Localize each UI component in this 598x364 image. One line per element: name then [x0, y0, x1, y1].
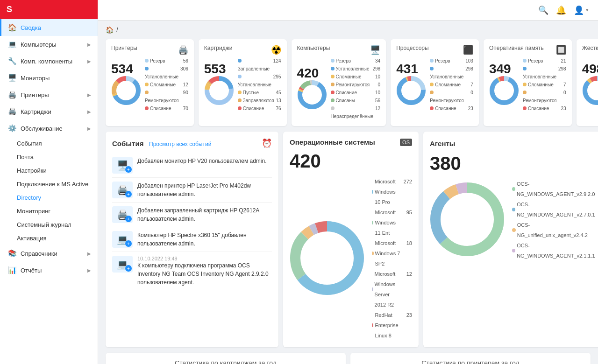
sidebar-item-printers[interactable]: 🖨️Принтеры▶	[0, 86, 98, 103]
event-content-4: 10.10.2022 19:49 К компьютеру подключена…	[137, 256, 272, 287]
bottom-grid: События Просмотр всех событий ⏰ 🖥️ + Доб…	[106, 132, 591, 347]
stat-icon-4: 🔲	[556, 45, 566, 55]
sidebar-item-comp-components[interactable]: 🔧Комп. компоненты▶	[0, 53, 98, 70]
os-legend: Microsoft Windows 10 Pro 272 Microsoft W…	[372, 176, 412, 341]
sidebar-label-monitors: Мониторы	[21, 75, 50, 82]
stat-number-4: 349	[489, 63, 519, 76]
os-legend-label-2: Microsoft Windows 7 SP2	[372, 238, 401, 269]
sidebar-subitem-directory[interactable]: Directory	[0, 191, 98, 204]
events-link[interactable]: Просмотр всех событий	[149, 141, 211, 147]
sidebar-item-dashboard[interactable]: 🏠Сводка	[0, 19, 98, 36]
home-icon[interactable]: 🏠	[106, 26, 114, 34]
stat-title-3: Процессоры	[396, 45, 429, 51]
event-content-3: Компьютер HP Spectre x360 15" добавлен п…	[137, 231, 272, 248]
chevron-right-icon: ▶	[87, 268, 91, 273]
os-icon: OS	[400, 139, 412, 146]
stat-details-3: Резерв103Установленные298Сломанные7Ремон…	[430, 57, 473, 112]
stat-icon-3: ⬛	[463, 45, 473, 55]
event-item-3[interactable]: 💻 + Компьютер HP Spectre x360 15" добавл…	[112, 227, 272, 252]
sidebar-subitem-ms-active[interactable]: Подключение к MS Active	[0, 177, 98, 191]
os-donut-wrapper: Microsoft Windows 10 Pro 272 Microsoft W…	[290, 176, 412, 341]
sidebar-label-printers: Принтеры	[21, 91, 49, 98]
stat-donut-5	[582, 76, 598, 107]
os-legend-row-2: Microsoft Windows 7 SP2 18	[372, 238, 412, 269]
agents-donut-wrapper: OCS-NG_WINDOWS_AGENT_v2.9.2.0 240 OCS-NG…	[430, 179, 598, 261]
printers-chart-panel: Статистика по принтерам за год 6	[350, 353, 591, 364]
sidebar-subitem-activation[interactable]: Активация	[0, 231, 98, 245]
sidebar-subitem-settings[interactable]: Настройки	[0, 164, 98, 177]
sidebar-label-cartridges: Картриджи	[21, 108, 51, 115]
os-panel: Операционные системы OS 420 Microsoft Wi…	[283, 132, 419, 347]
event-plus-icon-1: +	[125, 191, 132, 197]
sidebar-item-reports[interactable]: 📊Отчёты▶	[0, 262, 98, 279]
os-legend-value-1: 95	[406, 207, 412, 238]
events-title: События	[112, 140, 143, 147]
os-count: 420	[290, 151, 412, 172]
stat-card-body-3: 431 Резерв103Установленные298Сломанные7Р…	[396, 57, 473, 112]
stat-title-1: Картриджи	[204, 45, 233, 51]
search-icon[interactable]: 🔍	[538, 5, 548, 15]
stat-card-header-1: Картриджи ☢️	[204, 45, 281, 55]
sidebar-icon-reports: 📊	[8, 266, 17, 274]
os-legend-label-0: Microsoft Windows 10 Pro	[372, 176, 398, 207]
event-img-3: 💻 +	[112, 231, 133, 248]
sidebar: S 🏠Сводка💻Компьютеры▶🔧Комп. компоненты▶🖥…	[0, 0, 98, 364]
sidebar-label-references: Справочники	[21, 250, 57, 257]
stat-number-5: 498	[582, 63, 598, 76]
os-legend-label-4: RedHat Enterprise Linux 8	[372, 310, 401, 341]
stat-icon-0: 🖨️	[178, 45, 188, 55]
event-plus-icon-0: +	[125, 166, 132, 173]
sidebar-item-service[interactable]: ⚙️Обслуживание▶	[0, 120, 98, 137]
event-content-2: Добавлен заправленный картридж HP Q2612A…	[137, 206, 272, 223]
os-donut	[290, 221, 364, 297]
stat-card-header-4: Оперативная память 🔲	[489, 45, 566, 55]
stat-card-4: Оперативная память 🔲 349 Резерв21Установ…	[484, 39, 572, 126]
stat-card-header-0: Принтеры 🖨️	[111, 45, 188, 55]
chevron-right-icon: ▶	[87, 126, 91, 131]
agents-title: Агенты	[430, 140, 456, 147]
sidebar-item-monitors[interactable]: 🖥️Мониторы	[0, 70, 98, 86]
sidebar-item-computers[interactable]: 💻Компьютеры▶	[0, 36, 98, 53]
stat-card-body-5: 498 Резерв136Установленные298Сломанные19…	[582, 57, 598, 112]
agents-count: 380	[430, 153, 598, 174]
event-time-4: 10.10.2022 19:49	[137, 256, 272, 261]
user-menu[interactable]: 👤 ▾	[574, 5, 589, 15]
sidebar-subitem-events[interactable]: События	[0, 137, 98, 150]
bell-icon[interactable]: 🔔	[556, 5, 566, 15]
sidebar-subitem-syslog[interactable]: Системный журнал	[0, 218, 98, 231]
event-img-4: 💻 +	[112, 256, 133, 273]
stat-icon-1: ☢️	[271, 45, 281, 55]
os-title: Операционные системы	[290, 138, 375, 146]
stat-details-4: Резерв21Установленные298Сломанные7Ремонт…	[523, 57, 566, 112]
chevron-down-icon: ▾	[586, 7, 589, 13]
event-item-2[interactable]: 🖨️ + Добавлен заправленный картридж HP Q…	[112, 203, 272, 227]
stat-card-0: Принтеры 🖨️ 534 Резерв56Установленные306…	[106, 39, 194, 126]
agents-legend: OCS-NG_WINDOWS_AGENT_v2.9.2.0 240 OCS-NG…	[512, 179, 598, 261]
stat-card-header-2: Компьютеры 🖥️	[297, 45, 381, 55]
event-item-4[interactable]: 💻 + 10.10.2022 19:49 К компьютеру подклю…	[112, 252, 272, 290]
topbar: 🔍 🔔 👤 ▾	[98, 0, 598, 21]
sidebar-subitem-mail[interactable]: Почта	[0, 150, 98, 164]
sidebar-item-cartridges[interactable]: 🖨️Картриджи▶	[0, 103, 98, 120]
os-legend-row-1: Microsoft Windows 11 Ent 95	[372, 207, 412, 238]
breadcrumb: 🏠 /	[106, 26, 591, 34]
stat-card-body-4: 349 Резерв21Установленные298Сломанные7Ре…	[489, 57, 566, 112]
sidebar-label-comp-components: Комп. компоненты	[21, 58, 72, 65]
event-item-0[interactable]: 🖥️ + Добавлен монитор HP V20 пользовател…	[112, 153, 272, 178]
chevron-right-icon: ▶	[87, 109, 91, 114]
sidebar-subitem-monitoring[interactable]: Мониторинг	[0, 204, 98, 218]
os-header: Операционные системы OS	[290, 138, 412, 146]
stat-card-2: Компьютеры 🖥️ 420 Резерв34Установленные2…	[292, 39, 386, 126]
sidebar-item-references[interactable]: 📚Справочники▶	[0, 245, 98, 262]
event-content-1: Добавлен принтер HP LaserJet Pro M402dw …	[137, 182, 272, 198]
stat-card-1: Картриджи ☢️ 553 Заправленные124Установл…	[199, 39, 287, 126]
events-title-group: События Просмотр всех событий	[112, 140, 211, 147]
stat-details-2: Резерв34Установленные298Сломанные10Ремон…	[331, 57, 381, 120]
stat-donut-0	[111, 76, 141, 107]
stat-card-body-2: 420 Резерв34Установленные298Сломанные10Р…	[297, 57, 381, 120]
event-plus-icon-3: +	[125, 240, 132, 247]
event-img-2: 🖨️ +	[112, 206, 133, 223]
event-img-0: 🖥️ +	[112, 157, 133, 174]
cartridges-chart-panel: Статистика по картриджам за год 60	[106, 353, 346, 364]
event-item-1[interactable]: 🖨️ + Добавлен принтер HP LaserJet Pro M4…	[112, 178, 272, 203]
